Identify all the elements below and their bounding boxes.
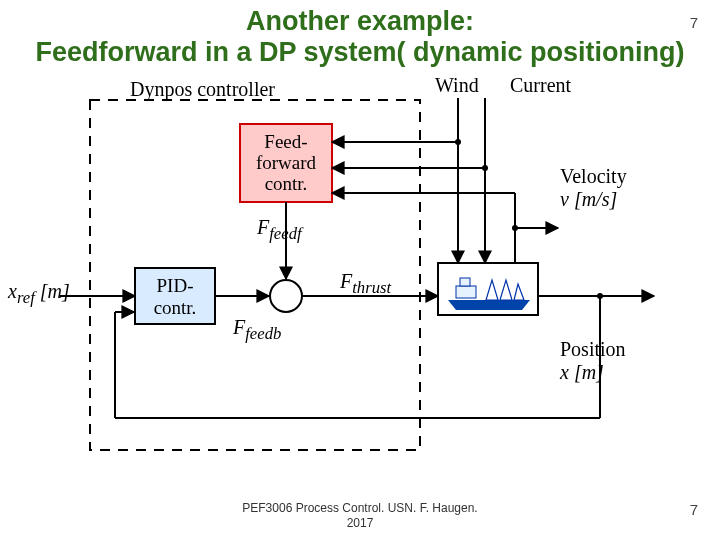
velocity-label-line1: Velocity xyxy=(560,165,627,187)
f-feedf-label: Ffeedf xyxy=(257,216,302,243)
pid-text-1: PID- xyxy=(157,275,194,296)
f-thrust-label: Fthrust xyxy=(340,270,391,297)
svg-rect-0 xyxy=(456,286,476,298)
pid-text-2: contr. xyxy=(154,297,197,318)
position-label-line1: Position xyxy=(560,338,626,360)
velocity-path xyxy=(332,193,558,263)
title-line1: Another example: xyxy=(246,6,474,36)
svg-rect-1 xyxy=(460,278,470,286)
footer-line1: PEF3006 Process Control. USN. F. Haugen. xyxy=(242,501,477,515)
f-feedb-label: Ffeedb xyxy=(233,316,281,343)
svg-point-14 xyxy=(512,225,518,231)
current-path xyxy=(332,98,488,263)
page-number-top: 7 xyxy=(690,14,698,31)
current-label: Current xyxy=(510,74,571,96)
dynpos-label: Dynpos controller xyxy=(130,78,275,100)
position-label-line2: x [m] xyxy=(560,361,604,383)
summing-junction xyxy=(270,280,302,312)
title-line2: Feedforward in a DP system( dynamic posi… xyxy=(35,37,684,67)
slide-title: Another example: Feedforward in a DP sys… xyxy=(0,6,720,68)
xref-label: xref [m] xyxy=(8,280,70,307)
svg-point-5 xyxy=(455,139,461,145)
wind-label: Wind xyxy=(435,74,479,96)
velocity-label-line2: v [m/s] xyxy=(560,188,617,210)
footer-line2: 2017 xyxy=(347,516,374,530)
ff-text-2: forward xyxy=(256,152,317,173)
ff-text-3: contr. xyxy=(265,173,308,194)
ff-text-1: Feed- xyxy=(264,131,307,152)
slide-footer: PEF3006 Process Control. USN. F. Haugen.… xyxy=(0,501,720,530)
wind-path xyxy=(332,98,461,263)
svg-point-9 xyxy=(482,165,488,171)
block-diagram: Dynpos controller xref [m] Ffeedf Ffeedb… xyxy=(60,88,660,468)
